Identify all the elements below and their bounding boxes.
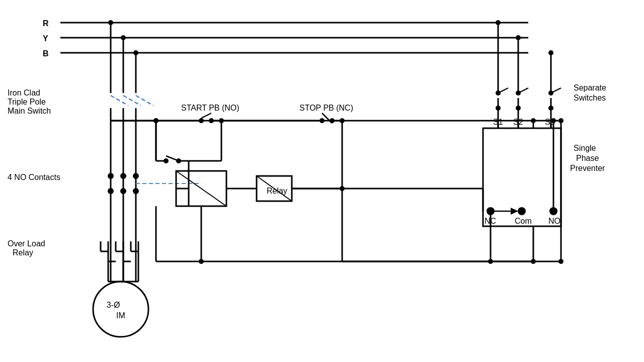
overload-relay-label1: Over Load (8, 239, 45, 248)
svg-point-134 (153, 118, 158, 123)
svg-point-10 (108, 20, 113, 25)
r-label: R (43, 19, 49, 28)
com-label: Com (515, 217, 532, 225)
svg-point-90 (496, 20, 501, 25)
svg-point-48 (330, 118, 335, 123)
iron-clad-label: Iron Clad (8, 88, 40, 97)
svg-point-87 (548, 90, 553, 96)
svg-point-77 (496, 90, 501, 96)
stop-pb-label: STOP PB (NC) (299, 104, 353, 112)
single-phase-label: Single (574, 144, 596, 152)
main-switch-label: Main Switch (8, 107, 51, 115)
start-pb-label: START PB (NO) (181, 104, 239, 112)
svg-point-31 (120, 173, 126, 179)
svg-point-32 (133, 173, 139, 179)
svg-point-41 (199, 118, 204, 123)
y-label: Y (43, 34, 48, 43)
no-label: NO (548, 217, 560, 225)
svg-point-33 (108, 188, 114, 194)
svg-point-135 (340, 118, 345, 123)
svg-point-146 (558, 118, 564, 123)
motor-label1: 3-Ø (107, 301, 120, 309)
b-label: B (43, 49, 49, 58)
svg-point-53 (164, 158, 169, 163)
motor-label2: IM (116, 311, 125, 320)
svg-point-94 (548, 50, 553, 55)
svg-point-47 (319, 118, 325, 123)
svg-point-140 (199, 259, 204, 264)
svg-point-42 (209, 118, 214, 123)
switches-label: Switches (574, 94, 606, 102)
overload-relay-label2: Relay (13, 248, 33, 257)
triple-pole-label: Triple Pole (8, 98, 46, 106)
preventer-label: Preventer (570, 164, 605, 172)
svg-point-12 (133, 50, 138, 55)
svg-point-82 (516, 90, 521, 96)
svg-rect-0 (0, 0, 644, 362)
svg-point-54 (176, 158, 181, 163)
phase-label: Phase (576, 154, 599, 162)
svg-point-11 (121, 35, 126, 40)
svg-point-99 (518, 207, 526, 215)
four-no-contacts-label: 4 NO Contacts (8, 173, 60, 182)
svg-point-92 (516, 35, 521, 40)
svg-point-30 (108, 173, 114, 179)
svg-point-34 (120, 188, 126, 194)
separate-switches-label: Separate (574, 83, 606, 92)
svg-point-35 (133, 188, 139, 194)
